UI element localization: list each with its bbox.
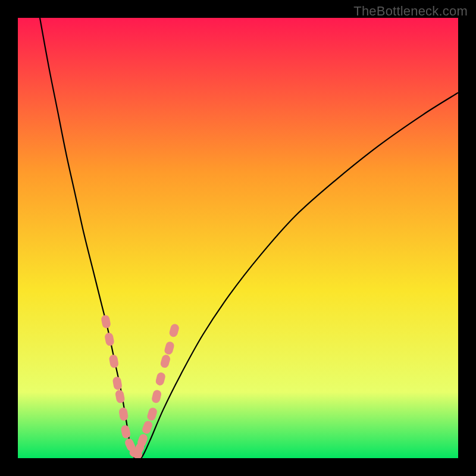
watermark-text: TheBottleneck.com — [353, 4, 468, 19]
bottleneck-curve-chart — [18, 18, 458, 458]
plot-area — [18, 18, 458, 458]
gradient-background — [18, 18, 458, 458]
chart-frame: TheBottleneck.com — [0, 0, 476, 476]
